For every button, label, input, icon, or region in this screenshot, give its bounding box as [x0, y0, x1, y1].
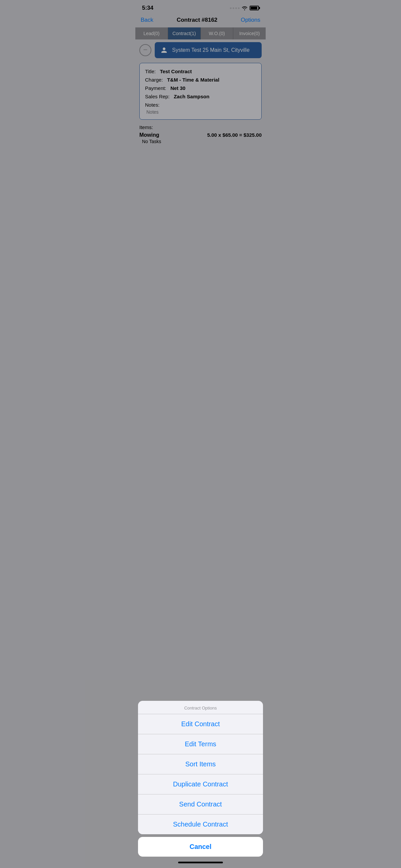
action-sheet-overlay: Contract Options Edit Contract Edit Term…	[135, 0, 266, 282]
